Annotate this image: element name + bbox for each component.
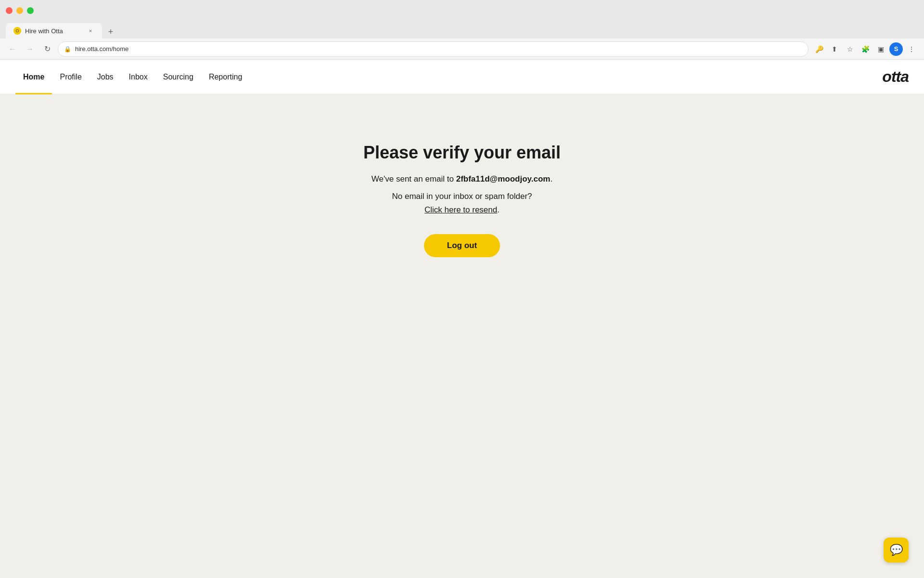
forward-button[interactable]: → [23, 42, 37, 56]
browser-profile-icon[interactable]: S [889, 42, 903, 56]
resend-suffix: . [497, 205, 500, 214]
minimize-window-button[interactable] [16, 7, 23, 14]
logout-button[interactable]: Log out [424, 234, 500, 257]
key-icon[interactable]: 🔑 [812, 42, 826, 56]
nav-item-profile[interactable]: Profile [52, 60, 89, 94]
address-bar[interactable]: 🔒 hire.otta.com/home [58, 41, 808, 57]
address-text: hire.otta.com/home [75, 45, 802, 53]
app-header: Home Profile Jobs Inbox Sourcing Reporti… [0, 60, 924, 94]
main-content: Please verify your email We've sent an e… [0, 94, 924, 578]
maximize-window-button[interactable] [27, 7, 34, 14]
chat-widget[interactable]: 💬 [884, 538, 909, 563]
new-tab-button[interactable]: + [104, 25, 117, 39]
sidebar-icon[interactable]: ▣ [874, 42, 887, 56]
chrome-menu-icon[interactable]: ⋮ [905, 42, 918, 56]
extensions-icon[interactable]: 🧩 [859, 42, 872, 56]
otta-logo: otta [882, 68, 909, 86]
close-tab-button[interactable]: × [87, 27, 94, 35]
nav-item-reporting[interactable]: Reporting [201, 60, 250, 94]
address-bar-row: ← → ↻ 🔒 hire.otta.com/home 🔑 ⬆ ☆ 🧩 ▣ S ⋮ [0, 39, 924, 60]
lock-icon: 🔒 [64, 46, 71, 53]
back-button[interactable]: ← [6, 42, 19, 56]
title-bar [0, 0, 924, 21]
nav-item-sourcing[interactable]: Sourcing [155, 60, 201, 94]
nav-item-inbox[interactable]: Inbox [121, 60, 155, 94]
nav-menu: Home Profile Jobs Inbox Sourcing Reporti… [15, 60, 882, 94]
email-address: 2fbfa11d@moodjoy.com [456, 174, 551, 184]
tab-bar: O Hire with Otta × + [0, 21, 924, 39]
close-window-button[interactable] [6, 7, 13, 14]
resend-link[interactable]: Click here to resend [424, 205, 497, 214]
active-tab[interactable]: O Hire with Otta × [6, 23, 102, 39]
toolbar-icons: 🔑 ⬆ ☆ 🧩 ▣ S ⋮ [812, 42, 918, 56]
reload-button[interactable]: ↻ [40, 42, 54, 56]
subtitle-prefix: We've sent an email to [372, 174, 456, 184]
verify-title: Please verify your email [363, 143, 561, 163]
resend-link-paragraph: Click here to resend. [424, 205, 500, 215]
subtitle-suffix: . [550, 174, 552, 184]
tab-title: Hire with Otta [25, 27, 63, 35]
spam-text: No email in your inbox or spam folder? [392, 192, 532, 201]
window-controls [6, 7, 34, 14]
verify-subtitle: We've sent an email to 2fbfa11d@moodjoy.… [372, 174, 552, 184]
bookmark-icon[interactable]: ☆ [843, 42, 857, 56]
share-icon[interactable]: ⬆ [828, 42, 841, 56]
nav-item-jobs[interactable]: Jobs [90, 60, 121, 94]
chat-icon: 💬 [890, 544, 903, 556]
tab-favicon: O [13, 27, 21, 35]
nav-item-home[interactable]: Home [15, 60, 52, 94]
